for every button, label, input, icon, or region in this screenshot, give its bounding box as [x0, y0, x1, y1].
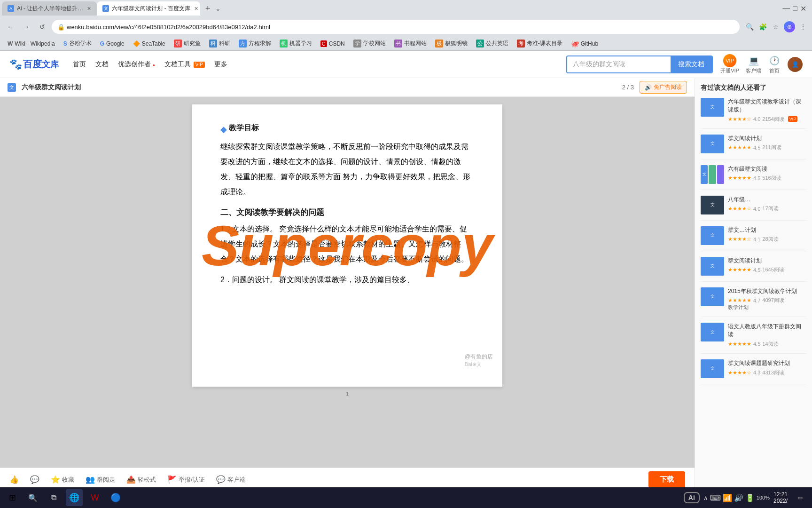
show-desktop-button[interactable]: ▭	[791, 489, 808, 506]
reload-button[interactable]: ↺	[36, 20, 49, 33]
taskbar-app-chrome[interactable]: 🔵	[107, 489, 124, 506]
no-ad-button[interactable]: 🔊 免广告阅读	[640, 81, 687, 94]
ai-badge[interactable]: Ai	[684, 492, 700, 503]
tab-1-close[interactable]: ✕	[87, 6, 91, 12]
tab-2-close[interactable]: ✕	[194, 6, 198, 12]
sidebar-item-9[interactable]: 文 群文阅读课题题研究计划 ★★★★☆ 4.3 4313阅读	[701, 359, 806, 384]
sidebar-item-6-info: 群文阅读计划 ★★★★★ 4.5 1645阅读	[728, 257, 806, 274]
bookmark-ml[interactable]: 机 机器学习	[276, 38, 316, 49]
sidebar-item-4[interactable]: 文 八年级… ★★★★☆ 4.0 17阅读	[701, 196, 806, 221]
bookmark-wiki[interactable]: W Wiki - Wikipedia	[4, 38, 59, 49]
taskbar-app-globe[interactable]: 🌐	[66, 489, 83, 506]
bookmark-jijing[interactable]: 极 极狐明镜	[431, 38, 471, 49]
doc-main: 文 六年级群文阅读计划 2 / 3 🔊 免广告阅读 Supercopy ◆	[0, 78, 695, 491]
sidebar-item-5[interactable]: 文 群文…计划 ★★★★☆ 4.1 28阅读	[701, 226, 806, 251]
sidebar-item-7[interactable]: 文 2015年秋群文阅读教学计划 ★★★★★ 4.7 4097阅读 教学计划	[701, 287, 806, 318]
close-button[interactable]: ✕	[800, 4, 806, 13]
maximize-button[interactable]: □	[793, 4, 797, 13]
group-action[interactable]: 👥 群阅走	[86, 475, 115, 484]
collect-action[interactable]: ⭐ 收藏	[51, 475, 74, 484]
report-action[interactable]: 🚩 举报/认证	[167, 475, 205, 484]
bookmark-keyan[interactable]: 科 科研	[205, 38, 234, 49]
taskbar-search-button[interactable]: 🔍	[24, 489, 41, 506]
sidebar-item-5-title: 群文…计划	[728, 226, 806, 234]
system-tray: ∧ ⌨ 📶 🔊 🔋 100%	[703, 493, 770, 502]
tab-2[interactable]: 文 六年级群文阅读计划 - 百度文库 ✕	[97, 1, 200, 16]
search-input[interactable]	[567, 56, 671, 72]
bookmark-scholar[interactable]: S 谷粉学术	[60, 38, 95, 49]
tray-arrow[interactable]: ∧	[703, 494, 708, 501]
taskbar-task-view-button[interactable]: ⧉	[45, 489, 62, 506]
wenku-logo[interactable]: 🐾 百度文库	[9, 58, 59, 71]
sidebar-item-8-rating: ★★★★★ 4.5 14阅读	[728, 341, 806, 348]
more-icon[interactable]: ⋮	[798, 22, 808, 32]
desktop-icon: ▭	[797, 494, 803, 501]
page-indicator: 2 / 3	[622, 84, 634, 91]
taskbar-app-wps[interactable]: W	[86, 489, 103, 506]
sidebar-item-7-tag: 教学计划	[728, 304, 806, 311]
bookmark-github[interactable]: 🐙 GitHub	[567, 38, 602, 49]
bookmark-yanjiu[interactable]: 研 研究鱼	[170, 38, 204, 49]
star-icon[interactable]: ☆	[771, 22, 781, 32]
user-avatar[interactable]: 👤	[788, 57, 803, 72]
reads-8: 14阅读	[762, 341, 778, 348]
search-button[interactable]: 搜索文档	[671, 56, 712, 72]
new-tab-button[interactable]: +	[202, 3, 213, 14]
nav-home[interactable]: 首页	[73, 60, 86, 69]
sidebar-item-3[interactable]: 文 六有级群文阅读 ★★★★★ 4.5 516阅读	[701, 165, 806, 190]
nav-more[interactable]: 更多	[214, 60, 227, 69]
sidebar-item-8[interactable]: 文 语文人教版八年级下册群文阅读 ★★★★★ 4.5 14阅读	[701, 323, 806, 354]
service-action[interactable]: 💬 客户端	[216, 475, 246, 484]
bookmark-books[interactable]: 书 书程网站	[390, 38, 430, 49]
network-icon[interactable]: 📶	[723, 493, 732, 502]
minimize-button[interactable]: —	[782, 4, 790, 13]
tab-overflow-button[interactable]: ⌄	[215, 5, 221, 12]
doc-item2-text: 群文阅读的课堂教学，涉及的篇目较多、	[279, 276, 414, 284]
sidebar-item-6-title: 群文阅读计划	[728, 257, 806, 265]
history-btn[interactable]: 🕐 首页	[768, 54, 781, 74]
tab-1-label: Ai - 让提个人半等地提升…	[17, 5, 83, 13]
page-num-indicator: 1	[345, 390, 349, 397]
open-vip-btn[interactable]: VIP 开通VIP	[720, 54, 739, 74]
rating-3: 4.5	[753, 175, 760, 181]
advertise-btn[interactable]: 💻 客户端	[746, 54, 761, 74]
bookmark-google[interactable]: G Google	[96, 38, 128, 49]
comment-action[interactable]: 💬	[30, 475, 39, 484]
volume-icon[interactable]: 🔊	[734, 493, 743, 502]
like-action[interactable]: 👍	[9, 475, 19, 484]
keyboard-icon[interactable]: ⌨	[710, 493, 721, 502]
task-view-icon: ⧉	[51, 493, 56, 502]
sidebar-item-2-thumb: 文	[701, 135, 724, 153]
bookmark-csdn[interactable]: C CSDN	[317, 38, 349, 49]
tab-1[interactable]: A Ai - 让提个人半等地提升… ✕	[2, 1, 97, 16]
share-action[interactable]: 📤 轻松式	[126, 475, 156, 484]
bookmark-school[interactable]: 学 学校网站	[350, 38, 390, 49]
sidebar-item-1[interactable]: 文 六年级群文阅读教学设计（课课版） ★★★★☆ 4.0 2154阅读 VIP	[701, 98, 806, 129]
extensions-icon[interactable]: 🧩	[757, 22, 768, 32]
search-icon[interactable]: 🔍	[744, 22, 755, 32]
address-bar[interactable]: 🔒 wenku.baidu.com/view/c/46f2e0588102d2/…	[52, 20, 740, 34]
download-button[interactable]: 下载	[648, 471, 685, 488]
bookmark-fangjie[interactable]: 方 方程求解	[235, 38, 275, 49]
battery-icon[interactable]: 🔋	[745, 493, 755, 502]
watermark-text: @有鱼的店	[465, 353, 493, 361]
nav-docs[interactable]: 文档	[95, 60, 109, 69]
taskbar-clock[interactable]: 12:21 2022/	[773, 491, 788, 504]
forward-button[interactable]: →	[20, 20, 33, 33]
taskbar-start-button[interactable]: ⊞	[4, 489, 21, 506]
bookmark-jijing-label: 极狐明镜	[445, 40, 468, 48]
back-button[interactable]: ←	[4, 20, 17, 33]
doc-content-scroll[interactable]: Supercopy ◆ 教学目标 继续探索群文阅读课堂教学策略，不断反思前一阶段…	[0, 97, 695, 468]
nav-tools[interactable]: 文档工具 VIP	[164, 60, 205, 69]
stars-8: ★★★★★	[728, 341, 751, 347]
bookmark-kaozhun[interactable]: 考 考准-课表目录	[513, 38, 566, 49]
bookmark-yanjiu-label: 研究鱼	[184, 40, 201, 48]
bookmark-seatable[interactable]: 🔶 SeaTable	[129, 38, 169, 49]
reads-3: 516阅读	[762, 175, 781, 182]
bookmark-english[interactable]: 公 公共英语	[472, 38, 512, 49]
bookmark-school-label: 学校网站	[363, 40, 386, 48]
sidebar-item-2[interactable]: 文 群文阅读计划 ★★★★★ 4.5 211阅读	[701, 135, 806, 159]
nav-creator[interactable]: 优选创作者 ●	[118, 60, 155, 69]
sidebar-item-6[interactable]: 文 群文阅读计划 ★★★★★ 4.5 1645阅读	[701, 257, 806, 282]
profile-icon[interactable]: ⊕	[784, 21, 795, 32]
